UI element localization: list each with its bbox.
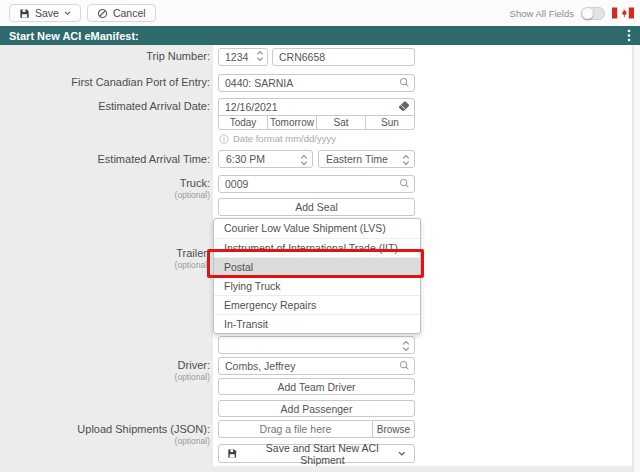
page-title: Start New ACI eManifest:	[9, 30, 139, 42]
page-header: Start New ACI eManifest:	[0, 26, 640, 45]
save-button-label: Save	[35, 7, 59, 19]
file-drop-zone[interactable]	[218, 420, 373, 438]
trip-code-input[interactable]	[272, 48, 415, 66]
arrival-time-label: Estimated Arrival Time:	[0, 153, 210, 166]
show-all-fields-label: Show All Fields	[510, 8, 574, 19]
trailer-label: Trailer:(optional)	[0, 247, 210, 270]
date-today-button[interactable]: Today	[218, 115, 268, 130]
date-format-hint: Date format mm/dd/yyyy	[219, 133, 336, 144]
scrollbar[interactable]	[633, 45, 640, 472]
arrival-date-wrap	[218, 97, 415, 116]
truck-input[interactable]	[218, 175, 415, 193]
date-quick-buttons: Today Tomorrow Sat Sun	[218, 115, 415, 130]
clear-date-icon[interactable]	[398, 101, 410, 112]
show-all-fields-toggle[interactable]	[581, 7, 605, 20]
select-spinner-icon	[402, 154, 410, 166]
cancel-icon	[97, 8, 108, 19]
port-of-entry-label: First Canadian Port of Entry:	[0, 76, 210, 89]
select-spinner-icon	[300, 154, 308, 166]
toolbar-left: Save Cancel	[0, 4, 156, 22]
toggle-knob	[582, 8, 593, 19]
shipment-type-select[interactable]	[218, 336, 415, 354]
dropdown-option-postal[interactable]: Postal	[214, 257, 420, 276]
arrival-date-label: Estimated Arrival Date:	[0, 100, 210, 113]
search-icon	[399, 360, 410, 371]
driver-wrap	[218, 356, 415, 375]
toolbar-right: Show All Fields	[510, 7, 640, 20]
app-window: Save Cancel Show All Fields Start New AC…	[0, 0, 640, 472]
dropdown-option-in-transit[interactable]: In-Transit	[214, 314, 420, 333]
add-seal-button[interactable]: Add Seal	[218, 198, 415, 216]
date-format-hint-text: Date format mm/dd/yyyy	[233, 133, 336, 144]
date-sat-button[interactable]: Sat	[316, 115, 366, 130]
dropdown-option-flying-truck[interactable]: Flying Truck	[214, 276, 420, 295]
search-icon	[399, 178, 410, 189]
save-icon	[19, 8, 30, 19]
shipment-type-dropdown: Courier Low Value Shipment (LVS) Instrum…	[213, 218, 421, 334]
info-icon	[219, 134, 229, 144]
upload-shipments-label: Upload Shipments (JSON):(optional)	[0, 423, 210, 446]
arrival-time-select[interactable]: 6:30 PM	[218, 150, 313, 168]
save-and-start-label: Save and Start New ACI Shipment	[246, 442, 398, 466]
save-button[interactable]: Save	[9, 4, 81, 22]
canada-flag-icon[interactable]	[612, 7, 634, 19]
chevron-down-icon	[64, 11, 71, 16]
driver-label: Driver:(optional)	[0, 359, 210, 382]
arrival-date-input[interactable]	[218, 98, 415, 116]
timezone-value: Eastern Time	[326, 153, 388, 165]
dropdown-option-emergency-repairs[interactable]: Emergency Repairs	[214, 295, 420, 314]
timezone-select[interactable]: Eastern Time	[318, 150, 415, 168]
date-sun-button[interactable]: Sun	[365, 115, 415, 130]
dropdown-option-lvs[interactable]: Courier Low Value Shipment (LVS)	[214, 219, 420, 238]
save-icon	[227, 448, 237, 459]
select-spinner-icon	[402, 340, 410, 352]
stepper-icon[interactable]	[256, 50, 264, 62]
browse-button[interactable]: Browse	[373, 420, 415, 438]
truck-label: Truck:(optional)	[0, 177, 210, 200]
search-icon	[399, 77, 410, 88]
truck-wrap	[218, 174, 415, 193]
port-of-entry-input[interactable]	[218, 74, 415, 92]
dropdown-option-iit[interactable]: Instrument of International Trade (IIT)	[214, 238, 420, 257]
port-of-entry-wrap	[218, 73, 415, 92]
trip-number-label: Trip Number:	[0, 50, 210, 63]
trip-code-wrap	[272, 47, 415, 66]
date-tomorrow-button[interactable]: Tomorrow	[267, 115, 317, 130]
form-area: Trip Number: First Canadian Port of Entr…	[0, 45, 640, 472]
trip-number-stepper	[218, 47, 268, 66]
top-toolbar: Save Cancel Show All Fields	[0, 0, 640, 26]
add-team-driver-button[interactable]: Add Team Driver	[218, 378, 415, 395]
cancel-button-label: Cancel	[113, 7, 146, 19]
kebab-menu-icon[interactable]	[627, 29, 631, 42]
save-and-start-button[interactable]: Save and Start New ACI Shipment	[218, 444, 415, 463]
cancel-button[interactable]: Cancel	[87, 4, 156, 22]
add-passenger-button[interactable]: Add Passenger	[218, 400, 415, 417]
arrival-time-value: 6:30 PM	[226, 153, 265, 165]
upload-control: Browse	[218, 420, 415, 438]
chevron-down-icon	[398, 451, 406, 457]
driver-input[interactable]	[218, 357, 415, 375]
